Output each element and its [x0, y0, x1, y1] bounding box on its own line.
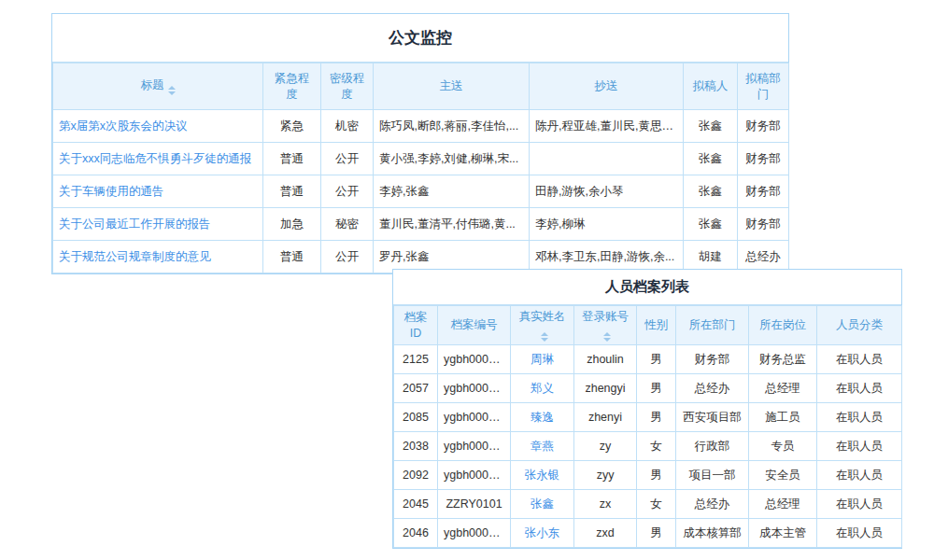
sort-desc-icon [541, 338, 548, 342]
real-name-link[interactable]: 张鑫 [511, 490, 574, 519]
sort-asc-icon [603, 332, 611, 336]
sort-icon[interactable] [168, 86, 176, 95]
cell-department: 总经办 [676, 374, 749, 403]
col-real-name[interactable]: 真实姓名 [511, 306, 574, 345]
cell-category: 在职人员 [817, 490, 902, 519]
cell-cc: 李婷,柳琳 [530, 208, 684, 241]
cell-department: 西安项目部 [676, 403, 749, 432]
table-row: 2092 ygbh000104 张永银 zyy 男 项目一部 安全员 在职人员 [394, 461, 902, 490]
sort-asc-icon [168, 86, 176, 90]
doc-header-row: 标题 紧急程度 密级程度 主送 抄送 拟稿人 拟稿部门 [53, 63, 789, 110]
col-category: 人员分类 [817, 306, 902, 345]
cell-archive-id: 2057 [394, 374, 438, 403]
cell-archive-no: ygbh000070 [438, 345, 511, 374]
sort-icon[interactable] [541, 332, 548, 342]
cell-gender: 男 [637, 461, 676, 490]
cell-drafter: 张鑫 [684, 208, 738, 241]
cell-department: 成本核算部 [676, 519, 749, 548]
cell-urgency: 普通 [263, 241, 321, 273]
doc-title-link[interactable]: 关于车辆使用的通告 [53, 175, 263, 208]
cell-gender: 男 [637, 374, 676, 403]
table-row: 2085 ygbh000111 臻逸 zhenyi 男 西安项目部 施工员 在职… [394, 403, 902, 432]
cell-department: 总经办 [676, 490, 749, 519]
col-real-name-label: 真实姓名 [519, 310, 566, 323]
cell-category: 在职人员 [817, 345, 902, 374]
cell-archive-id: 2085 [394, 403, 438, 432]
doc-title-link[interactable]: 第x届第x次股东会的决议 [53, 110, 263, 143]
real-name-link[interactable]: 郑义 [511, 374, 574, 403]
table-row: 2038 ygbh000038 章燕 zy 女 行政部 专员 在职人员 [394, 432, 902, 461]
cell-urgency: 普通 [263, 143, 321, 175]
cell-login-account: zy [574, 432, 637, 461]
col-gender: 性别 [637, 306, 676, 345]
cell-position: 成本主管 [749, 519, 817, 548]
cell-category: 在职人员 [817, 519, 902, 548]
sort-desc-icon [603, 338, 611, 342]
col-archive-no: 档案编号 [438, 306, 511, 345]
table-row: 2057 ygbh000068 郑义 zhengyi 男 总经办 总经理 在职人… [394, 374, 902, 403]
cell-secrecy: 秘密 [321, 208, 374, 241]
cell-department: 项目一部 [676, 461, 749, 490]
cell-draft-dept: 财务部 [738, 143, 789, 175]
cell-drafter: 张鑫 [684, 175, 738, 208]
doc-col-title[interactable]: 标题 [53, 63, 263, 110]
table-row: 2125 ygbh000070 周琳 zhoulin 男 财务部 财务总监 在职… [394, 345, 902, 374]
doc-monitor-title: 公文监控 [52, 14, 788, 63]
cell-main-recipient: 黄小强,李婷,刘健,柳琳,宋... [374, 143, 530, 175]
cell-login-account: zhoulin [574, 345, 637, 374]
col-department: 所在部门 [676, 306, 749, 345]
cell-archive-no: ygbh000068 [438, 374, 511, 403]
doc-col-urgency: 紧急程度 [263, 63, 321, 110]
cell-secrecy: 公开 [321, 175, 374, 208]
table-row: 关于xxx同志临危不惧勇斗歹徒的通报 普通 公开 黄小强,李婷,刘健,柳琳,宋.… [53, 143, 789, 175]
cell-archive-no: ygbh000104 [438, 461, 511, 490]
cell-draft-dept: 财务部 [738, 208, 789, 241]
real-name-link[interactable]: 臻逸 [511, 403, 574, 432]
cell-category: 在职人员 [817, 403, 902, 432]
cell-position: 专员 [749, 432, 817, 461]
real-name-link[interactable]: 张小东 [511, 519, 574, 548]
cell-archive-no: ygbh000038 [438, 432, 511, 461]
cell-archive-id: 2125 [394, 345, 438, 374]
cell-cc: 田静,游恢,余小琴 [530, 175, 684, 208]
col-archive-id: 档案ID [394, 306, 438, 345]
sort-icon[interactable] [603, 332, 611, 342]
cell-gender: 女 [637, 432, 676, 461]
cell-drafter: 张鑫 [684, 143, 738, 175]
cell-draft-dept: 财务部 [738, 175, 789, 208]
doc-title-link[interactable]: 关于xxx同志临危不惧勇斗歹徒的通报 [53, 143, 263, 175]
doc-title-link[interactable]: 关于规范公司规章制度的意见 [53, 241, 263, 273]
doc-monitor-table: 标题 紧急程度 密级程度 主送 抄送 拟稿人 拟稿部门 第x届第x次股东会的决议… [52, 63, 789, 273]
cell-urgency: 普通 [263, 175, 321, 208]
col-position: 所在岗位 [749, 306, 817, 345]
personnel-archive-panel: 人员档案列表 档案ID 档案编号 真实姓名 登录账号 性别 所在部门 所在岗位 … [392, 269, 902, 549]
table-row: 2046 ygbh000050 张小东 zxd 男 成本核算部 成本主管 在职人… [394, 519, 902, 548]
page: { "colors": { "accent": "#3a8ee6", "head… [0, 0, 934, 560]
cell-cc [530, 143, 684, 175]
cell-login-account: zx [574, 490, 637, 519]
real-name-link[interactable]: 周琳 [511, 345, 574, 374]
table-row: 关于车辆使用的通告 普通 公开 李婷,张鑫 田静,游恢,余小琴 张鑫 财务部 [53, 175, 789, 208]
cell-archive-id: 2046 [394, 519, 438, 548]
personnel-header-row: 档案ID 档案编号 真实姓名 登录账号 性别 所在部门 所在岗位 人员分类 [394, 306, 902, 345]
col-login-account[interactable]: 登录账号 [574, 306, 637, 345]
cell-drafter: 张鑫 [684, 110, 738, 143]
cell-secrecy: 机密 [321, 110, 374, 143]
cell-urgency: 加急 [263, 208, 321, 241]
personnel-archive-title: 人员档案列表 [393, 270, 901, 305]
cell-position: 财务总监 [749, 345, 817, 374]
cell-login-account: zhengyi [574, 374, 637, 403]
real-name-link[interactable]: 章燕 [511, 432, 574, 461]
cell-gender: 男 [637, 519, 676, 548]
doc-title-link[interactable]: 关于公司最近工作开展的报告 [53, 208, 263, 241]
cell-gender: 女 [637, 490, 676, 519]
real-name-link[interactable]: 张永银 [511, 461, 574, 490]
cell-category: 在职人员 [817, 432, 902, 461]
cell-archive-no: ZZRY0101 [438, 490, 511, 519]
cell-position: 安全员 [749, 461, 817, 490]
cell-archive-no: ygbh000111 [438, 403, 511, 432]
cell-login-account: zxd [574, 519, 637, 548]
cell-main-recipient: 李婷,张鑫 [374, 175, 530, 208]
cell-position: 施工员 [749, 403, 817, 432]
cell-archive-id: 2092 [394, 461, 438, 490]
